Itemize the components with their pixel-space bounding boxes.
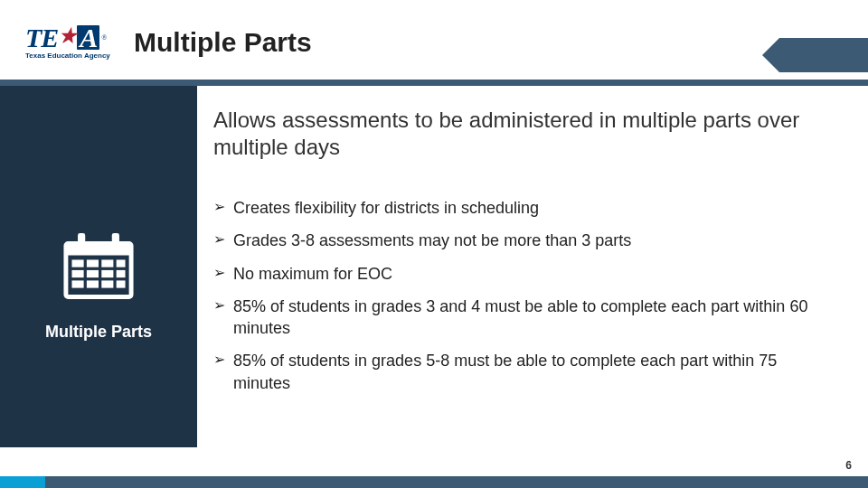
sidebar-label: Multiple Parts	[45, 323, 152, 342]
svg-rect-9	[87, 269, 99, 277]
svg-rect-7	[117, 259, 126, 267]
slide: TE★A® Texas Education Agency Multiple Pa…	[0, 0, 868, 488]
footer-accent	[0, 476, 45, 488]
tea-logo-text: TE★A®	[25, 25, 123, 50]
svg-rect-3	[112, 232, 119, 249]
page-number: 6	[845, 459, 852, 472]
subheading: Allows assessments to be administered in…	[213, 107, 841, 161]
svg-rect-12	[71, 280, 83, 287]
svg-rect-11	[117, 269, 126, 277]
svg-rect-1	[66, 243, 131, 255]
list-item: 85% of students in grades 5-8 must be ab…	[213, 350, 837, 394]
list-item: Grades 3-8 assessments may not be more t…	[213, 230, 837, 251]
footer-bar	[0, 476, 868, 488]
header: TE★A® Texas Education Agency Multiple Pa…	[0, 0, 868, 83]
sidebar: Multiple Parts	[0, 86, 197, 447]
header-divider	[0, 80, 868, 86]
svg-rect-6	[101, 259, 113, 267]
bullet-list: Creates flexibility for districts in sch…	[213, 197, 841, 394]
list-item: Creates flexibility for districts in sch…	[213, 197, 837, 219]
svg-rect-13	[87, 280, 99, 287]
tea-logo: TE★A® Texas Education Agency	[25, 25, 123, 60]
calendar-icon	[61, 229, 136, 306]
svg-rect-15	[117, 280, 126, 287]
svg-rect-5	[87, 259, 99, 267]
page-title: Multiple Parts	[134, 27, 312, 58]
svg-rect-10	[101, 269, 113, 277]
svg-rect-4	[71, 259, 83, 267]
list-item: No maximum for EOC	[213, 263, 837, 285]
svg-rect-14	[101, 280, 113, 287]
star-icon: ★	[59, 27, 76, 45]
tea-logo-sub: Texas Education Agency	[25, 52, 123, 60]
svg-rect-8	[71, 269, 83, 277]
header-arrow-shape	[779, 38, 868, 72]
svg-rect-2	[78, 232, 85, 249]
main-content: Allows assessments to be administered in…	[213, 107, 841, 405]
list-item: 85% of students in grades 3 and 4 must b…	[213, 296, 837, 340]
